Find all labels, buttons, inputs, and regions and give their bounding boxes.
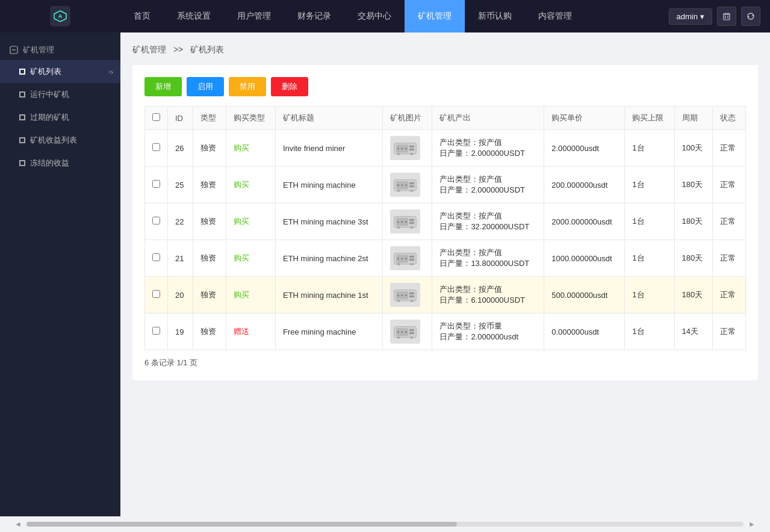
svg-point-45 — [405, 258, 407, 259]
row-checkbox-cell — [145, 130, 168, 167]
th-status: 状态 — [713, 107, 746, 130]
row-title: Free mining machine — [275, 314, 382, 350]
row-buy-type[interactable]: 购买 — [226, 130, 275, 167]
nav-system[interactable]: 系统设置 — [164, 0, 224, 32]
row-checkbox[interactable] — [152, 253, 160, 261]
row-output: 产出类型：按产值 日产量：6.100000USDT — [432, 277, 544, 314]
row-title: Invite friend miner — [275, 130, 382, 167]
nav-content[interactable]: 内容管理 — [525, 0, 585, 32]
pagination-info: 6 条记录 1/1 页 — [144, 357, 746, 368]
sidebar-item-miner-list[interactable]: 矿机列表 › — [0, 60, 120, 83]
nav-trade[interactable]: 交易中心 — [344, 0, 405, 32]
svg-rect-22 — [409, 185, 414, 187]
breadcrumb-sep: >> — [173, 45, 183, 54]
row-price: 0.000000usdt — [544, 314, 625, 350]
row-buy-type[interactable]: 赠送 — [226, 314, 275, 350]
nav-miner[interactable]: 矿机管理 — [405, 0, 465, 32]
scroll-right-arrow[interactable]: ► — [746, 519, 758, 530]
row-image — [383, 277, 432, 314]
sidebar-item-earnings[interactable]: 矿机收益列表 — [0, 129, 120, 152]
sidebar: 矿机管理 矿机列表 › 运行中矿机 过期的矿机 矿机收益列表 冻结的收益 — [0, 32, 120, 516]
row-checkbox[interactable] — [152, 327, 160, 335]
sidebar-item-expired[interactable]: 过期的矿机 — [0, 106, 120, 129]
miner-image — [390, 209, 420, 234]
row-id: 20 — [168, 277, 193, 314]
logo-area: A — [0, 4, 120, 28]
row-buy-type[interactable]: 购买 — [226, 167, 275, 203]
row-checkbox[interactable] — [152, 217, 160, 224]
svg-point-52 — [397, 294, 399, 296]
table-row: 22 独资 购买 ETH mining machine 3st 产出类型：按产值… — [145, 203, 746, 240]
row-output-type: 产出类型：按产值 — [439, 284, 536, 295]
row-buy-type[interactable]: 购买 — [226, 203, 275, 240]
svg-point-43 — [397, 258, 399, 259]
sidebar-section-title: 矿机管理 — [0, 40, 120, 60]
svg-rect-13 — [409, 149, 414, 150]
table-header-row: ID 类型 购买类型 矿机标题 矿机图片 矿机产出 购买单价 购买上限 周期 状… — [145, 107, 746, 130]
content-area: 矿机管理 >> 矿机列表 新增 启用 禁用 删除 — [120, 32, 770, 516]
table-body: 26 独资 购买 Invite friend miner 产出类型：按产值 日产… — [145, 130, 746, 350]
row-price: 500.000000usdt — [544, 277, 625, 314]
sidebar-item-label: 矿机收益列表 — [30, 135, 77, 146]
breadcrumb-current: 矿机列表 — [190, 45, 224, 54]
row-buy-type[interactable]: 购买 — [226, 240, 275, 277]
row-limit: 1台 — [625, 203, 674, 240]
svg-rect-32 — [397, 226, 400, 228]
scroll-left-arrow[interactable]: ◄ — [12, 519, 24, 530]
delete-icon-btn[interactable] — [717, 7, 736, 26]
row-output-type: 产出类型：按产值 — [439, 174, 536, 185]
nav-items: 首页 系统设置 用户管理 财务记录 交易中心 矿机管理 新币认购 内容管理 — [120, 0, 669, 32]
row-period: 100天 — [674, 130, 713, 167]
admin-dropdown-icon: ▾ — [700, 12, 704, 21]
svg-point-16 — [397, 147, 399, 149]
row-output-daily: 日产量：2.000000USDT — [439, 185, 536, 196]
svg-point-63 — [405, 331, 407, 333]
enable-button[interactable]: 启用 — [187, 77, 224, 96]
row-type: 独资 — [193, 167, 226, 203]
delete-button[interactable]: 删除 — [271, 77, 308, 96]
table-row: 26 独资 购买 Invite friend miner 产出类型：按产值 日产… — [145, 130, 746, 167]
sidebar-item-frozen[interactable]: 冻结的收益 — [0, 152, 120, 175]
svg-rect-24 — [410, 190, 413, 191]
svg-point-53 — [401, 294, 403, 296]
nav-users[interactable]: 用户管理 — [224, 0, 284, 32]
refresh-icon-btn[interactable] — [741, 7, 760, 26]
svg-rect-31 — [409, 222, 414, 224]
admin-button[interactable]: admin ▾ — [669, 8, 712, 25]
sidebar-item-indicator — [19, 69, 25, 75]
bottom-scroll: ◄ ► — [0, 516, 770, 532]
svg-rect-59 — [397, 336, 400, 338]
add-button[interactable]: 新增 — [144, 77, 182, 96]
logo-box: A — [48, 4, 72, 28]
row-checkbox[interactable] — [152, 180, 160, 188]
row-checkbox-cell — [145, 203, 168, 240]
row-price: 2.000000usdt — [544, 130, 625, 167]
nav-newcoin[interactable]: 新币认购 — [465, 0, 525, 32]
nav-home[interactable]: 首页 — [120, 0, 164, 32]
select-all-checkbox[interactable] — [152, 113, 160, 121]
sidebar-item-running[interactable]: 运行中矿机 — [0, 83, 120, 106]
nav-finance[interactable]: 财务记录 — [284, 0, 344, 32]
row-checkbox[interactable] — [152, 143, 160, 151]
sidebar-title: 矿机管理 — [23, 45, 54, 55]
row-period: 14天 — [674, 314, 713, 350]
row-output-daily: 日产量：32.200000USDT — [439, 221, 536, 232]
refresh-icon — [747, 12, 755, 20]
th-type: 类型 — [193, 107, 226, 130]
svg-rect-21 — [409, 182, 414, 184]
row-buy-type[interactable]: 购买 — [226, 277, 275, 314]
svg-rect-42 — [410, 263, 413, 265]
row-checkbox[interactable] — [152, 290, 160, 298]
admin-label: admin — [677, 12, 698, 21]
scroll-track[interactable] — [26, 522, 744, 527]
miner-image — [390, 173, 420, 197]
svg-rect-40 — [409, 259, 414, 261]
row-output-daily: 日产量：6.100000USDT — [439, 295, 536, 306]
sidebar-item-label: 矿机列表 — [30, 66, 61, 77]
row-output-type: 产出类型：按币量 — [439, 321, 536, 332]
disable-button[interactable]: 禁用 — [229, 77, 266, 96]
row-output: 产出类型：按产值 日产量：13.800000USDT — [432, 240, 544, 277]
table-row: 20 独资 购买 ETH mining machine 1st 产出类型：按产值… — [145, 277, 746, 314]
svg-rect-15 — [410, 153, 413, 155]
sidebar-item-indicator — [19, 114, 25, 120]
